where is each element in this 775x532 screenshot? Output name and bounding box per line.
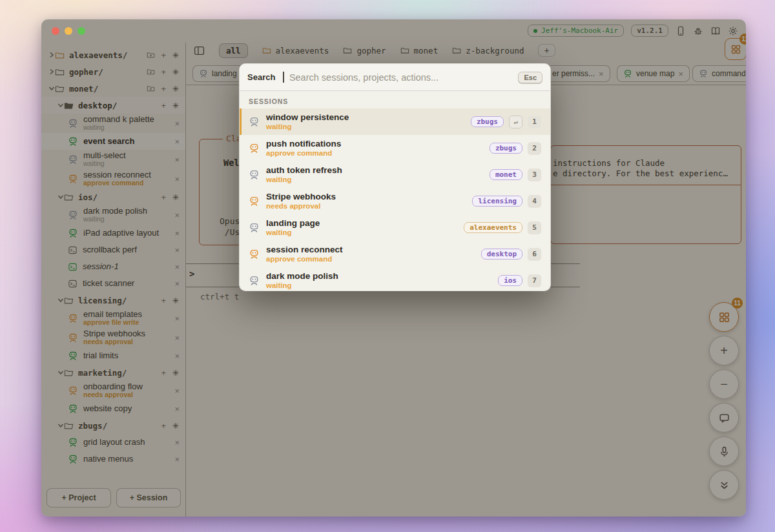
add-project-button[interactable]: + Project [46, 488, 111, 507]
burst-icon[interactable] [172, 369, 180, 376]
close-icon[interactable]: × [174, 156, 180, 164]
add-session-icon[interactable]: + [161, 85, 166, 93]
project-row-monet[interactable]: monet/ + [41, 80, 185, 97]
new-folder-icon[interactable] [147, 68, 155, 76]
terminal-row[interactable]: scrollback perf × [41, 241, 185, 258]
machine-status-pill[interactable]: Jeff's-Macbook-Air [528, 25, 624, 37]
chevron-down-icon[interactable] [57, 102, 64, 108]
chevron-down-icon[interactable] [57, 422, 64, 429]
burst-icon[interactable] [172, 85, 180, 92]
folder-row-desktop[interactable]: desktop/ + [41, 97, 185, 114]
burst-icon[interactable] [172, 68, 180, 76]
session-row[interactable]: trial limits × [41, 347, 185, 364]
chat-button[interactable] [709, 403, 739, 433]
add-session-icon[interactable]: + [161, 68, 166, 76]
tab-alexaevents[interactable]: alexaevents [262, 46, 329, 56]
tab-all[interactable]: all [219, 43, 248, 58]
session-row[interactable]: website copy × [41, 400, 185, 417]
session-row-selected[interactable]: event search × [41, 133, 185, 150]
close-icon[interactable]: × [174, 229, 180, 238]
tab-monet[interactable]: monet [400, 46, 439, 56]
burst-icon[interactable] [172, 193, 180, 201]
add-session-icon[interactable]: + [161, 369, 166, 377]
session-tab-permissions[interactable]: er permiss... × [546, 65, 610, 82]
close-icon[interactable]: × [174, 175, 180, 183]
zoom-out-button[interactable]: − [709, 369, 739, 399]
add-session-icon[interactable]: + [161, 51, 166, 59]
folder-row-ios[interactable]: ios/ + [41, 189, 185, 205]
chevron-right-icon[interactable] [48, 52, 55, 58]
session-row[interactable]: iPad adaptive layout × [41, 225, 185, 241]
search-result-row[interactable]: session reconnectapprove command desktop… [240, 241, 550, 267]
close-icon[interactable]: × [174, 352, 180, 360]
tab-z-background[interactable]: z-background [452, 46, 524, 56]
book-icon[interactable] [710, 26, 721, 36]
close-icon[interactable]: × [678, 70, 683, 78]
close-icon[interactable]: × [174, 438, 180, 447]
new-folder-icon[interactable] [147, 51, 155, 59]
search-result-row[interactable]: dark mode polishwaiting ios 7 [240, 267, 550, 291]
session-row[interactable]: onboarding flowneeds approval × [41, 381, 185, 400]
session-row[interactable]: command k palettewaiting × [41, 114, 185, 133]
close-icon[interactable]: × [174, 263, 180, 271]
burst-icon[interactable] [172, 51, 180, 59]
burst-icon[interactable] [172, 296, 180, 304]
tab-gopher[interactable]: gopher [343, 46, 386, 56]
session-grid-float-button[interactable]: 11 [709, 302, 739, 332]
add-session-icon[interactable]: + [161, 193, 166, 201]
close-icon[interactable]: × [599, 70, 604, 78]
search-result-row[interactable]: push notificationsapprove command zbugs … [240, 135, 550, 161]
zoom-window-button[interactable] [78, 27, 85, 35]
session-tab-command[interactable]: command [692, 65, 746, 82]
chevron-down-icon[interactable] [57, 194, 64, 200]
close-icon[interactable]: × [174, 314, 180, 323]
close-icon[interactable]: × [174, 334, 180, 342]
sidebar-toggle-icon[interactable] [194, 45, 205, 56]
session-row[interactable]: multi-selectwaiting × [41, 150, 185, 169]
search-result-row[interactable]: auth token refreshwaiting monet 3 [240, 161, 550, 188]
close-icon[interactable]: × [174, 119, 180, 128]
add-session-icon[interactable]: + [161, 422, 166, 430]
chevron-down-icon[interactable] [57, 369, 64, 376]
close-icon[interactable]: × [174, 280, 180, 288]
burst-icon[interactable] [172, 101, 180, 109]
add-tab-button[interactable]: + [538, 44, 555, 57]
session-row[interactable]: grid layout crash × [41, 434, 185, 451]
chevron-down-icon[interactable] [48, 85, 55, 92]
chevron-down-icon[interactable] [57, 297, 64, 303]
close-icon[interactable]: × [174, 211, 180, 220]
project-row-gopher[interactable]: gopher/ + [41, 63, 185, 80]
session-row[interactable]: native menus × [41, 451, 185, 467]
zoom-in-button[interactable]: + [709, 336, 739, 365]
close-icon[interactable]: × [174, 405, 180, 413]
close-icon[interactable]: × [174, 387, 180, 395]
session-row[interactable]: session reconnectapprove command × [41, 169, 185, 189]
session-row[interactable]: email templatesapprove file write × [41, 309, 185, 328]
mic-button[interactable] [709, 436, 739, 466]
folder-row-zbugs[interactable]: zbugs/ + [41, 417, 185, 434]
minimize-window-button[interactable] [65, 27, 72, 35]
terminal-row[interactable]: session-1 × [41, 258, 185, 275]
session-row[interactable]: Stripe webhooksneeds approval × [41, 328, 185, 347]
session-row[interactable]: dark mode polishwaiting × [41, 205, 185, 225]
terminal-row[interactable]: ticket scanner × [41, 275, 185, 292]
close-icon[interactable]: × [174, 138, 180, 146]
folder-row-marketing[interactable]: marketing/ + [41, 364, 185, 381]
session-tab-venue-map[interactable]: venue map × [617, 65, 690, 82]
folder-row-licensing[interactable]: licensing/ + [41, 292, 185, 309]
close-icon[interactable]: × [174, 455, 180, 464]
session-grid-button[interactable]: 11 [725, 38, 746, 60]
add-session-button[interactable]: + Session [116, 488, 181, 507]
search-input[interactable] [289, 72, 513, 83]
close-window-button[interactable] [52, 27, 59, 35]
bug-icon[interactable] [693, 26, 703, 36]
add-session-icon[interactable]: + [161, 296, 166, 305]
project-row-alexaevents[interactable]: alexaevents/ + [41, 46, 185, 63]
search-result-row[interactable]: landing pagewaiting alexaevents 5 [240, 214, 550, 241]
new-folder-icon[interactable] [147, 85, 155, 93]
chevron-right-icon[interactable] [48, 68, 55, 75]
burst-icon[interactable] [172, 422, 180, 429]
search-result-row[interactable]: window persistencewaiting zbugs ↵ 1 [240, 108, 550, 135]
add-session-icon[interactable]: + [161, 101, 166, 110]
phone-icon[interactable] [676, 26, 686, 36]
